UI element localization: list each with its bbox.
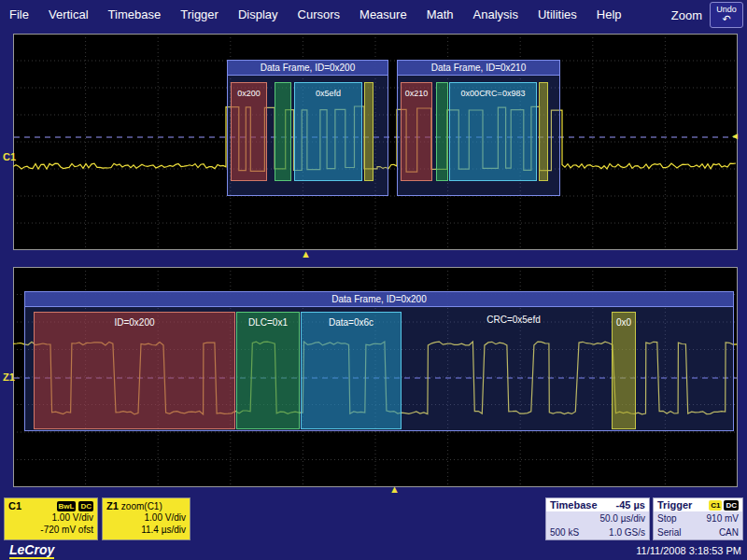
timebase-title: Timebase — [550, 499, 598, 511]
menu-item-timebase[interactable]: Timebase — [108, 7, 162, 21]
menu-item-measure[interactable]: Measure — [359, 7, 407, 21]
trigger-time-marker-top[interactable]: ▲ — [301, 248, 311, 259]
c1-descriptor-panel[interactable]: C1 BwL DC 1.00 V/div -720 mV ofst — [4, 497, 98, 540]
lecroy-logo: LeCroy — [9, 542, 54, 559]
menu-item-vertical[interactable]: Vertical — [49, 7, 89, 21]
trigger-level: 910 mV — [707, 512, 739, 525]
z1-channel-marker[interactable]: Z1 — [3, 371, 15, 383]
zoom-decode-frame-title: Data Frame, ID=0x200 — [25, 292, 733, 307]
undo-arrow-icon: ↶ — [722, 14, 730, 24]
segment-label: 0x00CRC=0x983 — [461, 89, 526, 98]
trigger-coupling-badge: DC — [724, 500, 739, 511]
decode-frame-2-title: Data Frame, ID=0x210 — [398, 61, 559, 76]
decode-frame-2-data-crc-segment: 0x00CRC=0x983 — [449, 82, 537, 181]
decode-frame-1-id-segment: 0x200 — [231, 82, 267, 181]
zoom-id-segment: ID=0x200 — [34, 312, 235, 429]
decode-frame-2-dlc-segment — [436, 82, 448, 181]
menu-item-help[interactable]: Help — [597, 7, 622, 21]
segment-label: 0x200 — [237, 89, 261, 98]
zoom-label[interactable]: Zoom — [671, 8, 702, 22]
datetime-display: 11/11/2008 3:18:53 PM — [636, 545, 741, 556]
trigger-time-marker-bottom[interactable]: ▲ — [389, 483, 400, 495]
c1-channel-marker[interactable]: C1 — [3, 151, 16, 162]
segment-label: Data=0x6c — [329, 317, 374, 328]
menu-item-analysis[interactable]: Analysis — [473, 7, 518, 21]
bwl-badge: BwL — [57, 501, 77, 511]
decode-frame-2-id-segment: 0x210 — [401, 82, 432, 181]
z1-volts-per-div: 1.00 V/div — [106, 511, 186, 524]
decode-frame-1-crc-segment: 0x5efd — [294, 82, 362, 181]
zoom-dlc-segment: DLC=0x1 — [236, 312, 300, 429]
menu-item-cursors[interactable]: Cursors — [298, 7, 341, 21]
menu-bar: File Vertical Timebase Trigger Display C… — [0, 0, 747, 28]
trigger-type: Serial — [657, 526, 682, 539]
decode-frame-2-end-segment — [539, 82, 548, 181]
c1-name: C1 — [8, 500, 21, 511]
undo-button[interactable]: Undo ↶ — [710, 2, 743, 28]
decode-frame-1-title: Data Frame, ID=0x200 — [228, 61, 388, 76]
trigger-title: Trigger — [657, 499, 692, 511]
timebase-delay: -45 µs — [616, 499, 645, 511]
c1-volts-per-div: 1.00 V/div — [8, 511, 93, 524]
trigger-mode: Stop — [657, 512, 677, 525]
trigger-protocol: CAN — [719, 526, 739, 539]
menu-item-display[interactable]: Display — [238, 7, 278, 21]
z1-source: zoom(C1) — [121, 501, 162, 511]
trigger-level-marker[interactable]: ◄ — [730, 131, 740, 141]
zoom-end-segment: 0x0 — [612, 312, 636, 429]
decode-frame-1-end-segment — [364, 82, 374, 181]
segment-label: DLC=0x1 — [248, 317, 288, 328]
segment-label: 0x0 — [616, 317, 631, 328]
segment-label: ID=0x200 — [114, 317, 154, 328]
z1-name: Z1 — [106, 500, 119, 511]
timebase-samples: 500 kS — [550, 526, 579, 539]
z1-time-per-div: 11.4 µs/div — [106, 524, 186, 536]
zoom-crc-label: CRC=0x5efd — [420, 315, 607, 325]
z1-descriptor-panel[interactable]: Z1 zoom(C1) 1.00 V/div 11.4 µs/div — [102, 497, 190, 540]
timebase-rate: 1.0 GS/s — [609, 526, 645, 539]
menu-item-math[interactable]: Math — [427, 7, 454, 21]
zoom-data-segment: Data=0x6c — [301, 312, 402, 429]
oscilloscope-screen: File Vertical Timebase Trigger Display C… — [0, 0, 747, 560]
segment-label: 0x5efd — [316, 89, 341, 98]
segment-label: 0x210 — [405, 89, 429, 98]
trigger-panel[interactable]: Trigger C1 DC Stop 910 mV Serial CAN — [653, 497, 743, 540]
c1-offset: -720 mV ofst — [8, 524, 93, 536]
menu-item-file[interactable]: File — [9, 7, 29, 21]
timebase-panel[interactable]: Timebase -45 µs 50.0 µs/div 500 kS 1.0 G… — [545, 497, 650, 540]
timebase-per-div: 50.0 µs/div — [599, 512, 645, 525]
decode-frame-1-dlc-segment — [275, 82, 291, 181]
menu-item-utilities[interactable]: Utilities — [538, 7, 577, 21]
c1-coupling-badge: DC — [78, 501, 93, 511]
trigger-source-badge: C1 — [709, 500, 722, 511]
menu-item-trigger[interactable]: Trigger — [180, 7, 218, 21]
